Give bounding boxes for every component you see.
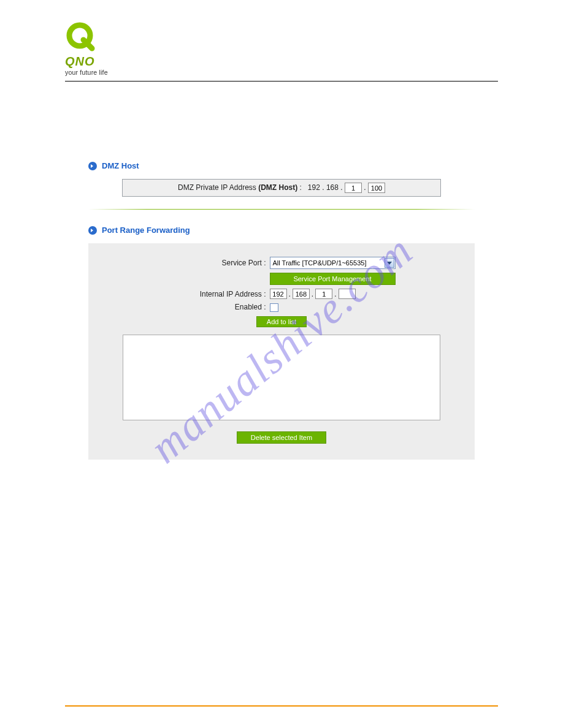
- service-port-management-button[interactable]: Service Port Management: [270, 273, 396, 285]
- delete-selected-button[interactable]: Delete selected Item: [237, 431, 326, 444]
- internal-ip-octet1-input[interactable]: [270, 289, 287, 299]
- service-port-select[interactable]: All Traffic [TCP&UDP/1~65535]: [270, 257, 396, 269]
- portfwd-panel: Service Port : All Traffic [TCP&UDP/1~65…: [88, 243, 475, 460]
- section-divider: [88, 209, 475, 210]
- dmz-host-row: DMZ Private IP Address (DMZ Host) : 192 …: [122, 179, 441, 197]
- brand-logo: QNO your future life: [65, 21, 498, 76]
- bullet-icon: [88, 226, 97, 235]
- enabled-label: Enabled :: [168, 303, 266, 311]
- service-port-value: All Traffic [TCP&UDP/1~65535]: [273, 259, 367, 267]
- dmz-ip-octet2: 168: [326, 183, 339, 192]
- forwarding-list[interactable]: [123, 335, 440, 420]
- brand-tagline: your future life: [65, 69, 108, 76]
- dmz-label-prefix: DMZ Private IP Address: [178, 183, 258, 192]
- add-to-list-button[interactable]: Add to list: [256, 316, 307, 327]
- dmz-label-bold: (DMZ Host): [258, 183, 297, 192]
- internal-ip-octet4-input[interactable]: [339, 289, 356, 299]
- dmz-ip-octet1: 192: [308, 183, 320, 192]
- dmz-section-header: DMZ Host: [88, 161, 475, 170]
- chevron-down-icon: [385, 258, 394, 268]
- footer-divider: [65, 705, 498, 707]
- enabled-checkbox[interactable]: [270, 303, 278, 312]
- portfwd-heading: Port Range Forwarding: [102, 226, 190, 235]
- logo-q-icon: [65, 21, 96, 52]
- portfwd-section-header: Port Range Forwarding: [88, 226, 475, 235]
- bullet-icon: [88, 162, 97, 170]
- dmz-ip-octet4-input[interactable]: [368, 183, 385, 193]
- internal-ip-label: Internal IP Address :: [168, 290, 266, 298]
- brand-name: QNO: [65, 55, 108, 69]
- dmz-ip-octet3-input[interactable]: [345, 183, 362, 193]
- service-port-label: Service Port :: [168, 259, 266, 267]
- internal-ip-octet3-input[interactable]: [315, 289, 332, 299]
- dmz-heading: DMZ Host: [102, 161, 139, 170]
- dmz-label-suffix: :: [297, 183, 302, 192]
- internal-ip-octet2-input[interactable]: [293, 289, 310, 299]
